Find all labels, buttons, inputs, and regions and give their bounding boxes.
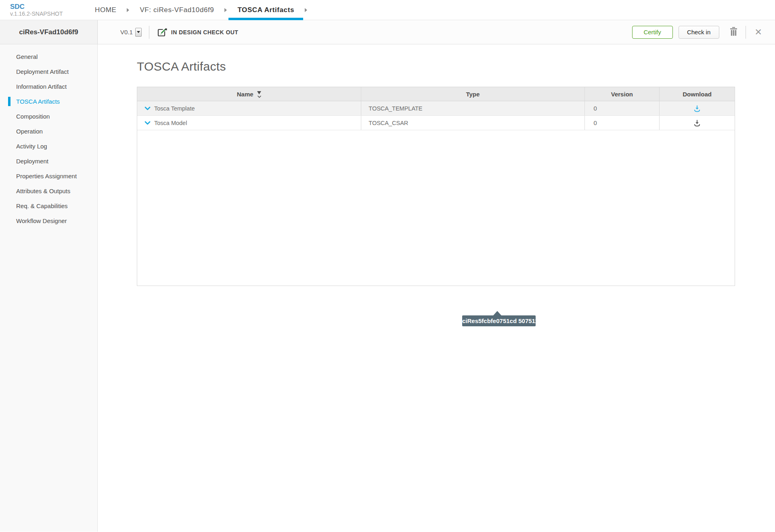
brand-version: v.1.16.2-SNAPSHOT	[10, 10, 86, 17]
delete-button[interactable]	[730, 27, 737, 37]
top-nav: SDC v.1.16.2-SNAPSHOT HOME VF: ciRes-VFa…	[0, 0, 775, 20]
sidebar-item-information-artifact[interactable]: Information Artifact	[0, 79, 97, 94]
sdc-logo[interactable]: SDC v.1.16.2-SNAPSHOT	[0, 0, 86, 20]
breadcrumb: HOME VF: ciRes-VFad10d6f9 TOSCA Artifact…	[86, 0, 309, 20]
breadcrumb-arrow-icon	[224, 8, 227, 12]
breadcrumb-arrow-icon	[127, 8, 129, 12]
body-row: General Deployment Artifact Information …	[0, 44, 775, 532]
active-marker	[8, 97, 10, 106]
active-marker	[8, 67, 10, 76]
page-title: TOSCA Artifacts	[137, 60, 775, 73]
sidebar-item-workflow-designer[interactable]: Workflow Designer	[0, 213, 97, 228]
sort-descending-icon[interactable]	[257, 91, 262, 98]
artifact-name: Tosca Model	[154, 120, 187, 126]
active-marker	[8, 127, 10, 136]
toolbar-actions: Certify Check in ✕	[632, 26, 762, 39]
column-header-type[interactable]: Type	[361, 87, 584, 101]
artifact-version: 0	[585, 105, 597, 112]
download-icon[interactable]	[693, 119, 701, 127]
toolbar: V0.1 IN DESIGN CHECK OUT Certify Check i…	[98, 20, 775, 44]
active-marker	[8, 171, 10, 181]
table-header-row: Name Type Version Download	[137, 87, 735, 101]
sidebar-item-req-capabilities[interactable]: Req. & Capabilities	[0, 198, 97, 213]
column-header-download: Download	[660, 87, 735, 101]
active-marker	[8, 201, 10, 211]
caret-down-icon	[137, 31, 140, 33]
column-header-version[interactable]: Version	[585, 87, 660, 101]
artifact-type: TOSCA_TEMPLATE	[361, 105, 422, 112]
version-value: V0.1	[120, 29, 133, 35]
certify-button[interactable]: Certify	[632, 26, 673, 39]
tooltip-arrow-icon	[493, 311, 501, 315]
artifact-version: 0	[585, 119, 597, 126]
close-button[interactable]: ✕	[755, 28, 762, 37]
checkin-button[interactable]: Check in	[679, 26, 719, 39]
lifecycle-state-label: IN DESIGN CHECK OUT	[171, 29, 238, 35]
trash-icon	[730, 27, 737, 37]
sidebar-item-operation[interactable]: Operation	[0, 124, 97, 139]
active-marker	[8, 186, 10, 196]
main-content: TOSCA Artifacts Name Type Version Downlo…	[98, 44, 775, 532]
breadcrumb-arrow-icon	[305, 8, 307, 12]
column-header-name[interactable]: Name	[137, 87, 361, 101]
toolbar-row: ciRes-VFad10d6f9 V0.1 IN DESIGN CHECK OU…	[0, 20, 775, 44]
sidebar-item-general[interactable]: General	[0, 49, 97, 64]
resource-tooltip: ciRes5fcbfe0751cd 507511	[462, 311, 536, 326]
brand-name: SDC	[10, 3, 86, 10]
table-row-tosca-model: Tosca Model TOSCA_CSAR 0	[137, 116, 735, 130]
artifacts-table: Name Type Version Download Tosc	[137, 87, 735, 286]
expand-chevron-icon[interactable]	[145, 106, 151, 111]
sidebar-item-attributes-outputs[interactable]: Attributes & Outputs	[0, 184, 97, 198]
active-marker	[8, 82, 10, 91]
artifact-type: TOSCA_CSAR	[361, 120, 408, 126]
sidebar-item-tosca-artifacts[interactable]: TOSCA Artifacts	[0, 94, 97, 109]
sidebar-item-composition[interactable]: Composition	[0, 109, 97, 124]
breadcrumb-tosca-artifacts[interactable]: TOSCA Artifacts	[228, 0, 303, 20]
breadcrumb-vf[interactable]: VF: ciRes-VFad10d6f9	[131, 0, 223, 20]
active-marker	[8, 156, 10, 166]
download-icon[interactable]	[693, 104, 701, 113]
artifact-name: Tosca Template	[154, 105, 195, 112]
panel-title-box: ciRes-VFad10d6f9	[0, 20, 98, 44]
active-marker	[8, 216, 10, 225]
active-marker	[8, 52, 10, 61]
page-resource-title: ciRes-VFad10d6f9	[19, 28, 78, 36]
toolbar-divider	[149, 26, 149, 39]
active-marker	[8, 112, 10, 121]
breadcrumb-home[interactable]: HOME	[86, 0, 125, 20]
close-icon: ✕	[755, 28, 762, 37]
sidebar-item-deployment-artifact[interactable]: Deployment Artifact	[0, 64, 97, 79]
sidebar-item-activity-log[interactable]: Activity Log	[0, 139, 97, 154]
sidebar-menu: General Deployment Artifact Information …	[0, 44, 98, 532]
table-row-tosca-template: Tosca Template TOSCA_TEMPLATE 0	[137, 101, 735, 116]
sidebar-item-properties-assignment[interactable]: Properties Assignment	[0, 169, 97, 184]
active-marker	[8, 142, 10, 151]
toolbar-divider	[746, 26, 746, 39]
sidebar-item-deployment[interactable]: Deployment	[0, 154, 97, 169]
version-select[interactable]	[135, 28, 142, 37]
expand-chevron-icon[interactable]	[145, 121, 151, 125]
checkout-pencil-icon	[157, 27, 167, 38]
tooltip-text: ciRes5fcbfe0751cd 507511	[462, 315, 536, 326]
